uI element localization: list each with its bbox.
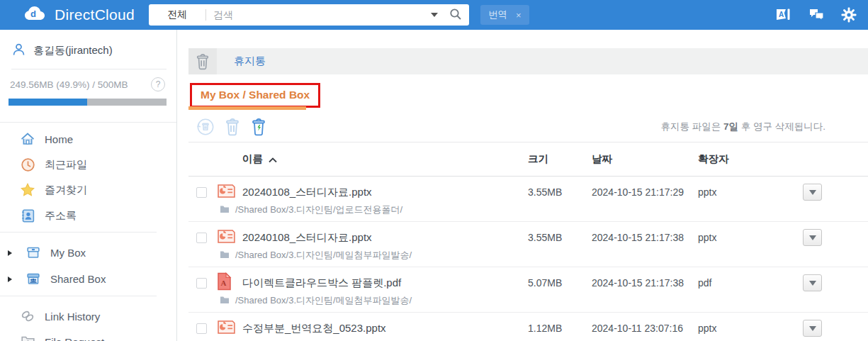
top-bar: d DirectCloud 전체 번역 × A bbox=[0, 0, 868, 30]
row-checkbox[interactable] bbox=[196, 187, 207, 198]
delete-button[interactable] bbox=[224, 118, 241, 136]
file-ext: pptx bbox=[698, 186, 797, 198]
user-profile[interactable]: 홍길동(jirantech) bbox=[11, 42, 167, 69]
column-header-name[interactable]: 이름 bbox=[242, 152, 528, 166]
row-checkbox[interactable] bbox=[196, 323, 207, 334]
sidebar-item-address-book[interactable]: 주소록 bbox=[0, 203, 176, 228]
column-header-date: 날짜 bbox=[592, 152, 698, 166]
table-row[interactable]: A 다이렉트클라우드박스 팜플렛.pdf 5.07MB 2024-10-15 2… bbox=[188, 272, 868, 313]
file-path: /Shared Box/3.디자인팀/메일첨부파일발송/ bbox=[235, 294, 412, 307]
sidebar-item-recent-files[interactable]: 최근파일 bbox=[0, 152, 176, 177]
tab-active-underline bbox=[188, 106, 306, 110]
translate-icon[interactable]: A bbox=[776, 8, 792, 22]
settings-icon[interactable] bbox=[841, 7, 857, 23]
empty-trash-button[interactable] bbox=[250, 118, 267, 136]
row-menu-button[interactable] bbox=[803, 320, 822, 337]
sidebar-item-label: 최근파일 bbox=[45, 158, 87, 172]
trash-toolbar: 휴지통 파일은 7일 후 영구 삭제됩니다. bbox=[196, 116, 825, 138]
file-ext: pdf bbox=[698, 277, 797, 289]
search-icon bbox=[449, 8, 462, 23]
file-size: 1.12MB bbox=[528, 323, 592, 334]
file-name[interactable]: 다이렉트클라우드박스 팜플렛.pdf bbox=[242, 276, 528, 290]
file-date: 2024-10-15 21:17:38 bbox=[592, 277, 698, 289]
svg-text:d: d bbox=[30, 9, 36, 19]
sidebar-item-link-history[interactable]: Link History bbox=[0, 303, 176, 329]
storage-progress-bar bbox=[9, 99, 167, 106]
sidebar-item-home[interactable]: Home bbox=[0, 126, 176, 152]
file-path: /Shared Box/3.디자인팀/업로드전용폴더/ bbox=[235, 203, 402, 216]
page-title[interactable]: 휴지통 bbox=[234, 55, 266, 68]
row-checkbox[interactable] bbox=[196, 278, 207, 289]
storage-progress-fill bbox=[9, 99, 87, 106]
link-icon bbox=[20, 308, 35, 324]
home-icon bbox=[20, 132, 35, 147]
search-dropdown-caret-icon[interactable] bbox=[431, 13, 438, 17]
main-content: 휴지통 My Box / Shared Box bbox=[178, 30, 868, 341]
file-date: 2024-10-15 21:17:29 bbox=[592, 186, 698, 198]
file-name[interactable]: 20240108_스터디자료.pptx bbox=[242, 186, 528, 199]
search-scope-select[interactable]: 전체 bbox=[149, 9, 205, 21]
sidebar-divider bbox=[0, 232, 157, 233]
my-box-icon bbox=[26, 245, 41, 260]
folder-icon bbox=[220, 249, 230, 262]
pptx-file-icon bbox=[217, 320, 236, 337]
column-header-size: 크기 bbox=[528, 152, 592, 166]
row-checkbox[interactable] bbox=[196, 233, 207, 243]
sidebar-item-file-request[interactable]: File Request bbox=[0, 329, 176, 341]
search-input[interactable] bbox=[206, 9, 431, 21]
table-row[interactable]: A 수정부분_번역요청_0523.pptx 1.12MB 2024-10-11 … bbox=[188, 318, 868, 341]
file-date: 2024-10-11 23:07:16 bbox=[592, 323, 698, 334]
table-header: 이름 크기 날짜 확장자 bbox=[188, 142, 868, 177]
breadcrumb: 휴지통 bbox=[188, 48, 868, 74]
search-box: 전체 bbox=[149, 4, 469, 26]
expand-caret-icon[interactable] bbox=[8, 276, 12, 282]
clock-icon bbox=[20, 157, 35, 172]
search-button[interactable] bbox=[449, 8, 462, 23]
storage-info: 249.56MB (49.9%) / 500MB ? bbox=[10, 77, 165, 91]
storage-help-icon[interactable]: ? bbox=[151, 77, 165, 91]
sidebar-item-shared-box[interactable]: Shared Box bbox=[0, 266, 176, 292]
file-table-body: A 20240108_스터디자료.pptx 3.55MB 2024-10-15 … bbox=[188, 181, 868, 341]
sidebar-item-label: 주소록 bbox=[45, 209, 77, 223]
chat-icon[interactable] bbox=[808, 8, 825, 22]
menu-caret-icon bbox=[809, 281, 816, 286]
menu-caret-icon bbox=[809, 326, 816, 331]
file-table: 이름 크기 날짜 확장자 bbox=[188, 142, 868, 341]
sidebar-item-my-box[interactable]: My Box bbox=[0, 240, 176, 266]
restore-button[interactable] bbox=[196, 118, 215, 136]
folder-icon bbox=[220, 294, 230, 307]
sidebar-item-label: Link History bbox=[45, 311, 100, 323]
sidebar-divider bbox=[0, 296, 157, 296]
sidebar-item-favorites[interactable]: 즐겨찾기 bbox=[0, 177, 176, 203]
sidebar-item-label: Home bbox=[45, 133, 73, 145]
pdf-file-icon: A bbox=[217, 272, 232, 294]
row-menu-button[interactable] bbox=[803, 184, 822, 201]
file-size: 5.07MB bbox=[528, 277, 592, 289]
table-row[interactable]: A 20240108_스터디자료.pptx 3.55MB 2024-10-15 … bbox=[188, 181, 868, 222]
file-name[interactable]: 20240108_스터디자료.pptx bbox=[242, 231, 528, 245]
filter-tag-label: 번역 bbox=[488, 9, 507, 21]
shared-box-icon bbox=[26, 272, 41, 286]
file-date: 2024-10-15 21:17:38 bbox=[592, 232, 698, 243]
column-header-ext: 확장자 bbox=[698, 152, 797, 166]
logo[interactable]: d DirectCloud bbox=[24, 0, 135, 30]
tab-my-box-shared-box[interactable]: My Box / Shared Box bbox=[190, 83, 320, 108]
trash-breadcrumb-icon bbox=[188, 48, 217, 74]
row-menu-button[interactable] bbox=[803, 274, 822, 291]
file-ext: pptx bbox=[698, 323, 797, 334]
folder-icon bbox=[220, 203, 230, 216]
translate-filter-tag[interactable]: 번역 × bbox=[480, 5, 529, 25]
table-row[interactable]: A 20240108_스터디자료.pptx 3.55MB 2024-10-15 … bbox=[188, 227, 868, 267]
address-book-icon bbox=[20, 208, 35, 223]
expand-caret-icon[interactable] bbox=[8, 250, 12, 256]
sort-asc-icon bbox=[269, 154, 277, 165]
sidebar-item-label: My Box bbox=[50, 247, 86, 259]
pptx-file-icon bbox=[217, 229, 236, 247]
sidebar-item-label: Shared Box bbox=[50, 273, 106, 285]
row-menu-button[interactable] bbox=[803, 229, 822, 246]
cloud-logo-icon: d bbox=[24, 5, 48, 25]
file-name[interactable]: 수정부분_번역요청_0523.pptx bbox=[242, 322, 528, 335]
logo-text: DirectCloud bbox=[55, 6, 135, 23]
filter-tag-close-icon[interactable]: × bbox=[516, 10, 522, 21]
menu-caret-icon bbox=[809, 190, 816, 195]
